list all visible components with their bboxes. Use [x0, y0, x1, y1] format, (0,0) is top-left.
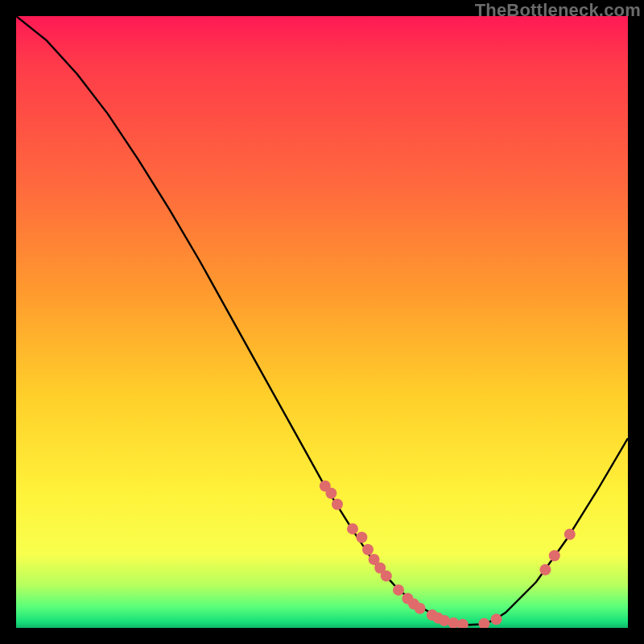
- data-point: [362, 544, 374, 555]
- data-point: [478, 618, 489, 628]
- data-point: [549, 550, 560, 561]
- chart-frame: TheBottleneck.com: [0, 0, 644, 644]
- data-point: [356, 532, 367, 543]
- data-point: [325, 488, 336, 499]
- data-point: [457, 619, 469, 628]
- plot-area: [16, 16, 628, 628]
- data-point: [564, 529, 576, 540]
- chart-overlay: [16, 16, 628, 628]
- data-point: [491, 613, 502, 625]
- data-point: [393, 584, 404, 596]
- data-markers: [320, 481, 576, 628]
- data-point: [347, 523, 358, 535]
- data-point: [415, 603, 426, 614]
- data-point: [381, 570, 392, 581]
- bottleneck-curve: [16, 16, 628, 625]
- data-point: [332, 498, 343, 510]
- data-point: [539, 564, 551, 576]
